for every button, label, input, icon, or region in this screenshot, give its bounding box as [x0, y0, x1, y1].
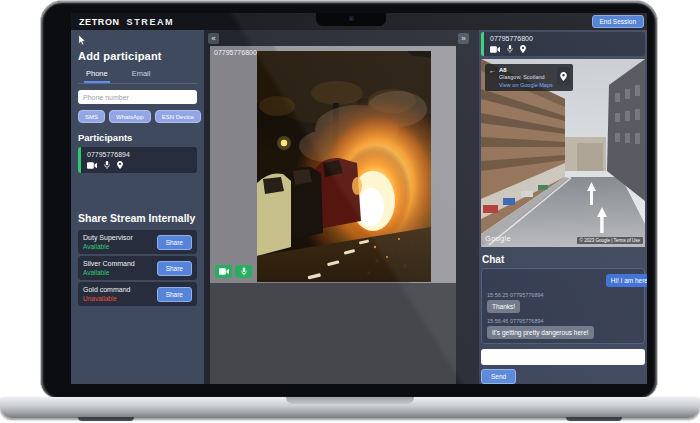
participant-method-tabs: Phone Email: [78, 66, 197, 84]
street-view-map[interactable]: ← A8 Glasgow, Scotland View on Google Ma…: [481, 59, 645, 247]
brand-zetron: ZETRON: [79, 17, 120, 27]
right-panel: 07795776800: [479, 30, 647, 384]
google-watermark: Google: [485, 234, 511, 243]
chat-title: Chat: [482, 254, 644, 265]
tab-phone[interactable]: Phone: [84, 66, 110, 83]
microphone-icon[interactable]: [507, 45, 513, 53]
esn-device-button[interactable]: ESN Device: [155, 110, 201, 123]
laptop-base-notch: [286, 397, 414, 404]
send-button[interactable]: Send: [481, 369, 516, 384]
remote-participant-number: 07795776800: [490, 35, 639, 42]
chat-bubble-received: Thanks!: [487, 300, 520, 313]
laptop-foot-left: [78, 417, 134, 421]
share-target-gold-command: Gold command Unavailable Share: [78, 282, 197, 306]
share-target-name: Gold command: [83, 286, 130, 293]
brand-stream: STREAM: [127, 17, 175, 27]
camera-icon[interactable]: [87, 162, 97, 169]
laptop-mockup: ZETRON STREAM End Session Add participan…: [0, 0, 700, 423]
share-target-name: Silver Command: [83, 260, 135, 267]
collapse-left-panel-icon[interactable]: «: [208, 33, 219, 44]
share-target-status: Unavailable: [83, 295, 130, 302]
end-session-button[interactable]: End Session: [592, 15, 645, 28]
street-view-info-text: A8 Glasgow, Scotland View on Google Maps: [499, 67, 553, 88]
stage-lower-area: [210, 283, 456, 384]
laptop-lid: ZETRON STREAM End Session Add participan…: [40, 0, 658, 399]
video-caller-id: 07795776800: [214, 49, 257, 56]
share-target-status: Available: [83, 269, 135, 276]
mouse-cursor-icon: [78, 35, 86, 46]
stage-av-controls: [215, 265, 252, 278]
laptop-notch: [316, 13, 386, 26]
chat-message-meta: 15:56:46 07795776894: [487, 318, 639, 324]
share-button-duty-supervisor[interactable]: Share: [157, 235, 192, 250]
view-on-google-maps-link[interactable]: View on Google Maps: [499, 82, 553, 88]
chat-bubble-received: It's getting pretty dangerous here!: [487, 326, 594, 339]
collapse-right-panel-icon[interactable]: »: [458, 33, 469, 44]
chat-message-input[interactable]: [481, 349, 645, 365]
invite-method-buttons: SMS WhatsApp ESN Device: [78, 110, 197, 123]
back-arrow-icon[interactable]: ←: [489, 67, 496, 75]
participant-media-controls: [87, 161, 191, 169]
whatsapp-button[interactable]: WhatsApp: [109, 110, 151, 123]
location-icon[interactable]: [520, 45, 526, 53]
street-view-info-card: ← A8 Glasgow, Scotland View on Google Ma…: [485, 64, 573, 91]
tab-email[interactable]: Email: [130, 66, 153, 83]
map-pin-icon[interactable]: [557, 67, 570, 85]
share-stream-title: Share Stream Internally: [78, 212, 197, 224]
video-stage: « » 07795776800: [204, 30, 479, 384]
chat-message-list[interactable]: Hi! I am here 15:56:25 07795776894 Thank…: [481, 268, 645, 344]
remote-participant-card: 07795776800: [481, 32, 645, 56]
remote-participant-media-controls: [490, 45, 639, 53]
share-target-name: Duty Supervisor: [83, 234, 133, 241]
sidebar: Add participant Phone Email SMS WhatsApp…: [71, 30, 204, 384]
chat-bubble-sent: Hi! I am here: [606, 274, 647, 287]
webcam-icon: [349, 16, 354, 21]
participant-card: 07795776894: [78, 147, 197, 173]
add-participant-title: Add participant: [78, 50, 197, 62]
laptop-foot-right: [566, 417, 622, 421]
phone-number-input[interactable]: [78, 90, 197, 104]
sms-button[interactable]: SMS: [78, 110, 105, 123]
video-panel: 07795776800: [210, 46, 456, 283]
map-attribution: © 2023 Google | Terms of Use: [577, 237, 643, 244]
camera-toggle-icon[interactable]: [215, 265, 232, 278]
share-target-duty-supervisor: Duty Supervisor Available Share: [78, 230, 197, 254]
brand-logo: ZETRON STREAM: [79, 17, 174, 27]
microphone-icon[interactable]: [104, 161, 110, 169]
incident-video-frame: [257, 51, 431, 282]
share-target-status: Available: [83, 243, 133, 250]
share-button-gold-command[interactable]: Share: [157, 287, 192, 302]
share-button-silver-command[interactable]: Share: [157, 261, 192, 276]
camera-icon[interactable]: [490, 46, 500, 53]
route-badge: A8: [499, 67, 553, 73]
map-location-label: Glasgow, Scotland: [499, 74, 553, 80]
participants-title: Participants: [78, 132, 197, 143]
microphone-toggle-icon[interactable]: [235, 265, 252, 278]
participant-number: 07795776894: [87, 151, 191, 158]
share-target-silver-command: Silver Command Available Share: [78, 256, 197, 280]
location-icon[interactable]: [117, 161, 123, 169]
chat-message-meta: 15:56:25 07795776894: [487, 292, 639, 298]
share-stream-section: Share Stream Internally Duty Supervisor …: [78, 212, 197, 306]
laptop-base: [0, 397, 700, 418]
app-screen: ZETRON STREAM End Session Add participan…: [71, 13, 647, 384]
